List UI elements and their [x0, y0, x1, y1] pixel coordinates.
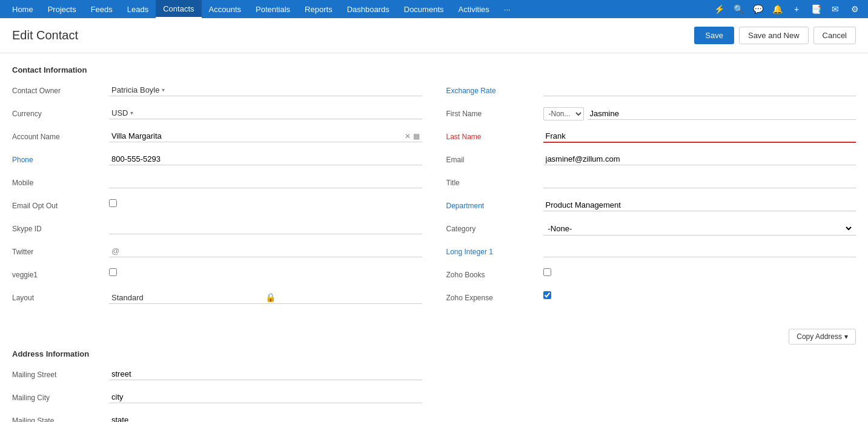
category-select[interactable]: -None-: [546, 223, 854, 234]
contact-owner-field[interactable]: Patricia Boyle ▾: [109, 84, 422, 96]
plus-icon[interactable]: +: [788, 1, 805, 18]
twitter-field: @: [109, 245, 422, 257]
bookmark-icon[interactable]: 📑: [807, 1, 824, 18]
save-and-new-button[interactable]: Save and New: [739, 27, 809, 44]
address-form-grid: Mailing Street Mailing City: [12, 368, 856, 422]
nav-item-projects[interactable]: Projects: [41, 0, 84, 18]
mailing-state-row: Mailing State: [12, 414, 422, 422]
zoho-expense-label: Zoho Expense: [446, 291, 543, 302]
skype-label: Skype ID: [12, 222, 109, 233]
address-left-section: Mailing Street Mailing City: [12, 368, 422, 422]
cancel-button[interactable]: Cancel: [813, 27, 856, 44]
last-name-row: Last Name: [446, 130, 856, 147]
layout-text: Standard: [111, 293, 265, 302]
last-name-input[interactable]: [543, 130, 856, 143]
title-value: [543, 176, 856, 188]
nav-item-more[interactable]: ···: [497, 0, 518, 18]
chat-icon[interactable]: 💬: [749, 1, 766, 18]
layout-field: Standard 🔒: [109, 291, 422, 304]
long-integer-row: Long Integer 1: [446, 245, 856, 262]
left-form-section: Contact Owner Patricia Boyle ▾ Currency …: [12, 84, 422, 314]
mobile-input[interactable]: [109, 176, 422, 188]
exchange-rate-row: Exchange Rate: [446, 84, 856, 101]
search-icon[interactable]: 🔍: [730, 1, 747, 18]
account-name-label: Account Name: [12, 130, 109, 141]
last-name-label: Last Name: [446, 130, 543, 141]
account-name-field: ✕ ▦: [109, 130, 422, 142]
email-opt-out-label: Email Opt Out: [12, 199, 109, 210]
currency-label: Currency: [12, 107, 109, 118]
save-button[interactable]: Save: [694, 27, 734, 44]
nav-item-leads[interactable]: Leads: [120, 0, 156, 18]
mailing-street-row: Mailing Street: [12, 368, 422, 385]
long-integer-input[interactable]: [543, 245, 856, 257]
veggie1-checkbox[interactable]: [109, 268, 117, 276]
topnav-icons: ⚡ 🔍 💬 🔔 + 📑 ✉ ⚙: [711, 1, 863, 18]
department-row: Department: [446, 199, 856, 216]
exchange-rate-value: [543, 84, 856, 96]
long-integer-value: [543, 245, 856, 257]
layout-row: Layout Standard 🔒: [12, 291, 422, 308]
copy-address-button[interactable]: Copy Address ▾: [789, 329, 856, 345]
copy-address-label: Copy Address: [797, 332, 842, 341]
nav-item-home[interactable]: Home: [5, 0, 41, 18]
email-opt-out-checkbox[interactable]: [109, 199, 117, 207]
nav-item-feeds[interactable]: Feeds: [84, 0, 120, 18]
settings-icon[interactable]: ⚙: [846, 1, 863, 18]
nav-item-activities[interactable]: Activities: [451, 0, 497, 18]
phone-input[interactable]: [109, 153, 422, 165]
page-header: Edit Contact Save Save and New Cancel: [0, 18, 868, 53]
currency-value: USD ▾: [109, 107, 422, 119]
currency-field[interactable]: USD ▾: [109, 107, 422, 119]
email-input[interactable]: [543, 153, 856, 165]
zoho-books-row: Zoho Books: [446, 268, 856, 285]
layout-value: Standard 🔒: [109, 291, 422, 304]
form-grid: Contact Owner Patricia Boyle ▾ Currency …: [12, 84, 856, 314]
nav-item-documents[interactable]: Documents: [397, 0, 451, 18]
nav-item-contacts[interactable]: Contacts: [156, 0, 201, 18]
first-name-prefix-select[interactable]: -Non...: [543, 107, 584, 120]
exchange-rate-input[interactable]: [543, 84, 856, 96]
veggie1-value: [109, 268, 422, 276]
title-input[interactable]: [543, 176, 856, 188]
mailing-street-value: [109, 368, 422, 380]
right-form-section: Exchange Rate First Name -Non...: [446, 84, 856, 314]
first-name-input[interactable]: [588, 108, 856, 120]
zoho-books-checkbox[interactable]: [543, 268, 551, 276]
veggie1-row: veggie1: [12, 268, 422, 285]
layout-label: Layout: [12, 291, 109, 302]
mailing-street-input[interactable]: [109, 368, 422, 380]
mailing-state-input[interactable]: [109, 414, 422, 422]
account-clear-icon[interactable]: ✕: [405, 132, 411, 140]
bell-icon[interactable]: 🔔: [769, 1, 786, 18]
page-title: Edit Contact: [12, 28, 694, 42]
mailing-city-label: Mailing City: [12, 391, 109, 402]
nav-item-dashboards[interactable]: Dashboards: [340, 0, 397, 18]
twitter-input[interactable]: [122, 246, 419, 256]
mail-icon[interactable]: ✉: [827, 1, 844, 18]
nav-item-accounts[interactable]: Accounts: [202, 0, 248, 18]
category-field: -None-: [543, 222, 856, 236]
mailing-street-label: Mailing Street: [12, 368, 109, 379]
zoho-expense-checkbox[interactable]: [543, 291, 551, 299]
nav-item-potentials[interactable]: Potentials: [248, 0, 297, 18]
currency-dropdown-arrow: ▾: [130, 110, 133, 116]
account-name-value: ✕ ▦: [109, 130, 422, 142]
mailing-city-input[interactable]: [109, 391, 422, 403]
twitter-label: Twitter: [12, 245, 109, 256]
zoho-expense-row: Zoho Expense: [446, 291, 856, 308]
profile-icon[interactable]: ⚡: [711, 1, 727, 18]
top-navigation: Home Projects Feeds Leads Contacts Accou…: [0, 0, 868, 18]
twitter-value: @: [109, 245, 422, 257]
nav-item-reports[interactable]: Reports: [297, 0, 340, 18]
account-lookup-icon[interactable]: ▦: [413, 132, 420, 140]
mailing-city-row: Mailing City: [12, 391, 422, 408]
currency-row: Currency USD ▾: [12, 107, 422, 124]
account-name-row: Account Name ✕ ▦: [12, 130, 422, 147]
skype-input[interactable]: [109, 222, 422, 234]
contact-info-section-title: Contact Information: [12, 65, 856, 74]
account-name-input[interactable]: [111, 131, 405, 140]
department-input[interactable]: [543, 199, 856, 211]
firstname-row: -Non...: [543, 107, 856, 120]
zoho-books-label: Zoho Books: [446, 268, 543, 279]
